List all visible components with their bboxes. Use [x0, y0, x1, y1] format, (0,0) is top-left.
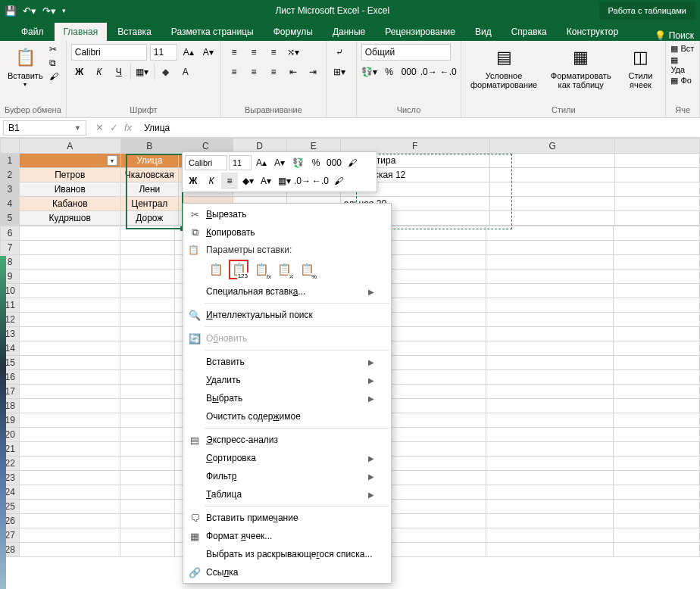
- row-head[interactable]: 3: [1, 182, 20, 197]
- currency-icon[interactable]: 💱▾: [361, 64, 378, 80]
- mini-currency-icon[interactable]: 💱: [289, 154, 306, 171]
- tab-insert[interactable]: Вставка: [108, 23, 161, 41]
- cell[interactable]: [120, 226, 174, 241]
- cell[interactable]: [486, 514, 614, 528]
- cell[interactable]: [614, 313, 700, 327]
- cell[interactable]: [614, 428, 700, 442]
- cell[interactable]: [614, 341, 700, 356]
- cell[interactable]: [614, 298, 700, 313]
- cell[interactable]: [120, 385, 174, 399]
- cell[interactable]: [614, 485, 700, 500]
- mini-percent-icon[interactable]: %: [308, 154, 324, 171]
- increase-font-icon[interactable]: A▴: [180, 44, 197, 61]
- align-right-icon[interactable]: ≡: [265, 64, 282, 80]
- menu-copy[interactable]: ⧉Копировать: [183, 223, 391, 242]
- cell[interactable]: [120, 500, 174, 514]
- cell[interactable]: [614, 442, 700, 457]
- cell[interactable]: [486, 528, 614, 543]
- menu-link[interactable]: 🔗Ссылка: [183, 563, 391, 581]
- cell[interactable]: [120, 485, 174, 500]
- cell[interactable]: [120, 370, 174, 385]
- fill-color-icon[interactable]: ◆: [158, 64, 174, 80]
- mini-font-name[interactable]: [185, 155, 227, 170]
- cell[interactable]: [614, 399, 700, 413]
- formula-input[interactable]: Улица: [138, 123, 700, 133]
- cells-format[interactable]: ▦ Фо: [670, 76, 692, 86]
- cell[interactable]: [614, 457, 700, 471]
- cell[interactable]: [120, 327, 174, 341]
- cell[interactable]: [486, 385, 614, 399]
- cell[interactable]: Кудряшов: [19, 211, 120, 226]
- cell[interactable]: [486, 327, 614, 341]
- menu-paste-special[interactable]: Специальная вставка...▶: [183, 282, 391, 301]
- cell[interactable]: [20, 399, 120, 413]
- row-head[interactable]: 7: [1, 241, 20, 255]
- tab-file[interactable]: Файл: [12, 23, 53, 41]
- cond-format-button[interactable]: ▤Условное форматирование: [466, 44, 542, 91]
- cell[interactable]: [486, 543, 614, 557]
- cell[interactable]: [20, 528, 120, 543]
- cell[interactable]: [486, 457, 614, 471]
- cell[interactable]: [614, 385, 700, 399]
- align-bot-icon[interactable]: ≡: [265, 44, 282, 61]
- cell[interactable]: [486, 284, 614, 298]
- font-color-icon[interactable]: A: [177, 64, 194, 80]
- paste-option-formatting[interactable]: 📋%: [297, 260, 317, 279]
- tab-view[interactable]: Вид: [466, 23, 501, 41]
- cell[interactable]: [20, 413, 120, 428]
- inc-decimal-icon[interactable]: .0→: [420, 64, 437, 80]
- wrap-text-icon[interactable]: ⤶: [331, 44, 348, 61]
- cell[interactable]: [20, 370, 120, 385]
- format-table-button[interactable]: ▦Форматировать как таблицу: [545, 44, 617, 91]
- copy-icon[interactable]: ⧉: [49, 58, 58, 68]
- row-head[interactable]: 2: [1, 168, 20, 182]
- mini-dec-dec-icon[interactable]: ←.0: [312, 173, 329, 189]
- mini-format-painter-icon[interactable]: 🖌: [344, 154, 361, 171]
- tab-help[interactable]: Справка: [502, 23, 556, 41]
- align-top-icon[interactable]: ≡: [226, 44, 242, 61]
- menu-smart-lookup[interactable]: 🔍Интеллектуальный поиск: [183, 306, 391, 324]
- cell[interactable]: [20, 356, 120, 370]
- menu-select[interactable]: Выбрать▶: [183, 389, 391, 407]
- orientation-icon[interactable]: ⤭▾: [285, 44, 302, 61]
- cut-icon[interactable]: ✂: [49, 44, 58, 55]
- cell[interactable]: [489, 154, 614, 168]
- align-center-icon[interactable]: ≡: [245, 64, 262, 80]
- cell[interactable]: [20, 428, 120, 442]
- cell[interactable]: [20, 298, 120, 313]
- col-head[interactable]: A: [19, 139, 120, 154]
- tab-layout[interactable]: Разметка страницы: [162, 23, 263, 41]
- cell[interactable]: [486, 313, 614, 327]
- row-head[interactable]: 1: [1, 154, 20, 168]
- cell[interactable]: [20, 313, 120, 327]
- cell[interactable]: [614, 528, 700, 543]
- cell[interactable]: [20, 471, 120, 485]
- cell[interactable]: [486, 270, 614, 284]
- undo-icon[interactable]: ↶▾: [23, 5, 36, 17]
- col-head[interactable]: [615, 139, 700, 154]
- cell[interactable]: [120, 284, 174, 298]
- menu-refresh[interactable]: 🔄Обновить: [183, 329, 391, 347]
- percent-icon[interactable]: %: [381, 64, 398, 80]
- cell[interactable]: [486, 471, 614, 485]
- menu-filter[interactable]: Фильтр▶: [183, 467, 391, 485]
- font-name-combo[interactable]: [71, 44, 147, 61]
- mini-border-icon[interactable]: ▦▾: [276, 173, 292, 189]
- cell[interactable]: [486, 442, 614, 457]
- cell[interactable]: Иванов: [19, 182, 120, 197]
- indent-dec-icon[interactable]: ⇤: [285, 64, 302, 80]
- menu-delete[interactable]: Удалить▶: [183, 371, 391, 389]
- cell[interactable]: [20, 270, 120, 284]
- number-format-combo[interactable]: [361, 44, 451, 61]
- mini-font-color-icon[interactable]: A▾: [258, 173, 274, 189]
- mini-brush-icon[interactable]: 🖌: [330, 173, 347, 189]
- row-head[interactable]: 4: [1, 197, 20, 211]
- cell[interactable]: Улица: [120, 154, 178, 168]
- cell[interactable]: [614, 413, 700, 428]
- cell[interactable]: [614, 471, 700, 485]
- cell[interactable]: [614, 226, 700, 241]
- cell[interactable]: Централ: [120, 197, 178, 211]
- filter-icon[interactable]: ▾: [107, 155, 117, 166]
- menu-clear[interactable]: Очистить содержимое: [183, 407, 391, 425]
- cell[interactable]: [486, 341, 614, 356]
